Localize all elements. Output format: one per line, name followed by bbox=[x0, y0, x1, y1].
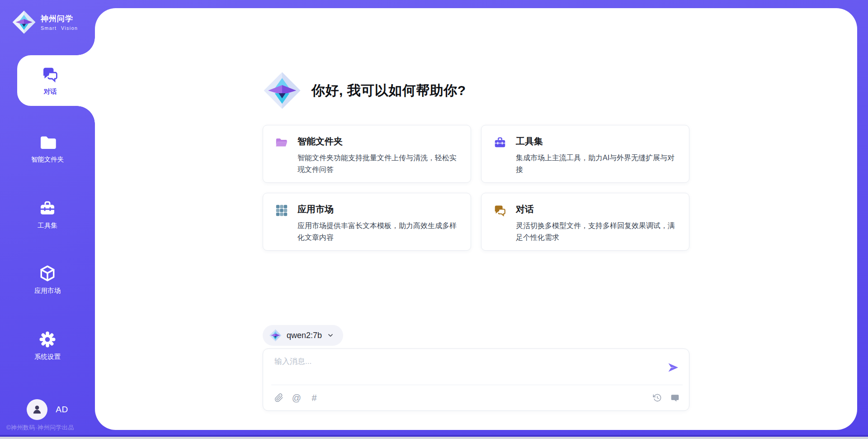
sidebar-item-label: 对话 bbox=[44, 87, 57, 96]
card-title: 工具集 bbox=[516, 135, 682, 148]
chat-icon bbox=[493, 204, 507, 217]
sidebar-item-chat[interactable]: 对话 bbox=[17, 55, 95, 106]
app-subtitle: Smart Vision bbox=[41, 25, 78, 31]
at-sign-icon[interactable]: @ bbox=[292, 393, 302, 403]
paperclip-icon[interactable] bbox=[274, 393, 284, 403]
send-icon[interactable] bbox=[667, 362, 679, 373]
folder-icon bbox=[38, 133, 57, 151]
card-smart-folder[interactable]: 智能文件夹 智能文件夹功能支持批量文件上传与清洗，轻松实现文件问答 bbox=[263, 125, 471, 183]
app-name: 神州问学 bbox=[41, 14, 78, 24]
sidebar-item-smart-folder[interactable]: 智能文件夹 bbox=[0, 123, 95, 174]
copyright-footer: ©神州数码·神州问学出品 bbox=[6, 424, 74, 432]
chevron-down-icon bbox=[327, 332, 334, 339]
card-desc: 集成市场上主流工具，助力AI与外界无缝扩展与对接 bbox=[516, 152, 682, 176]
card-title: 对话 bbox=[516, 203, 682, 215]
card-title: 智能文件夹 bbox=[297, 135, 463, 148]
app-logo-icon bbox=[12, 10, 36, 34]
history-icon[interactable] bbox=[652, 393, 662, 403]
card-title: 应用市场 bbox=[297, 203, 463, 215]
message-input[interactable] bbox=[274, 356, 659, 381]
sidebar-item-label: 系统设置 bbox=[34, 353, 61, 361]
card-desc: 智能文件夹功能支持批量文件上传与清洗，轻松实现文件问答 bbox=[297, 152, 463, 176]
card-desc: 应用市场提供丰富长文本模板，助力高效生成多样化文章内容 bbox=[297, 220, 463, 243]
sidebar-item-settings[interactable]: 系统设置 bbox=[0, 320, 95, 371]
app-logo: 神州问学 Smart Vision bbox=[12, 10, 78, 34]
chat-icon bbox=[41, 65, 59, 83]
sidebar-item-toolset[interactable]: 工具集 bbox=[0, 189, 95, 240]
main-panel: 你好, 我可以如何帮助你? 智能文件夹 智能文件夹功能支持批量文件上传与清洗，轻… bbox=[95, 8, 857, 430]
folder-open-icon bbox=[275, 136, 288, 149]
chat-bubble-icon[interactable] bbox=[670, 393, 680, 403]
composer-divider bbox=[271, 385, 683, 385]
sidebar-item-label: 智能文件夹 bbox=[31, 155, 64, 164]
user-label: AD bbox=[56, 405, 68, 415]
gear-icon bbox=[38, 330, 57, 348]
greeting: 你好, 我可以如何帮助你? bbox=[263, 71, 466, 110]
sidebar-item-label: 工具集 bbox=[38, 221, 57, 230]
sidebar-item-app-market[interactable]: 应用市场 bbox=[0, 254, 95, 305]
sidebar-item-label: 应用市场 bbox=[34, 286, 61, 295]
briefcase-icon bbox=[493, 136, 507, 149]
message-composer: @ # bbox=[263, 348, 689, 411]
composer-toolbar: @ # bbox=[274, 391, 680, 405]
person-icon bbox=[31, 404, 43, 415]
greeting-title: 你好, 我可以如何帮助你? bbox=[311, 81, 466, 100]
feature-cards: 智能文件夹 智能文件夹功能支持批量文件上传与清洗，轻松实现文件问答 工具集 集成… bbox=[263, 125, 689, 251]
model-selector[interactable]: qwen2:7b bbox=[263, 325, 343, 346]
user-profile[interactable]: AD bbox=[0, 399, 95, 420]
hash-icon[interactable]: # bbox=[309, 393, 319, 403]
app-logo-icon bbox=[263, 71, 302, 110]
card-app-market[interactable]: 应用市场 应用市场提供丰富长文本模板，助力高效生成多样化文章内容 bbox=[263, 193, 471, 251]
card-toolset[interactable]: 工具集 集成市场上主流工具，助力AI与外界无缝扩展与对接 bbox=[481, 125, 689, 183]
page-bottom-edge bbox=[0, 437, 868, 439]
avatar bbox=[27, 399, 47, 420]
model-name: qwen2:7b bbox=[287, 331, 322, 340]
card-desc: 灵活切换多模型文件，支持多样回复效果调试，满足个性化需求 bbox=[516, 220, 682, 243]
sidebar: 神州问学 Smart Vision 对话 智能文件夹 bbox=[0, 0, 95, 439]
briefcase-icon bbox=[38, 199, 57, 217]
cube-icon bbox=[38, 264, 57, 282]
card-chat[interactable]: 对话 灵活切换多模型文件，支持多样回复效果调试，满足个性化需求 bbox=[481, 193, 689, 251]
model-logo-icon bbox=[269, 329, 282, 342]
apps-grid-icon bbox=[275, 204, 288, 217]
